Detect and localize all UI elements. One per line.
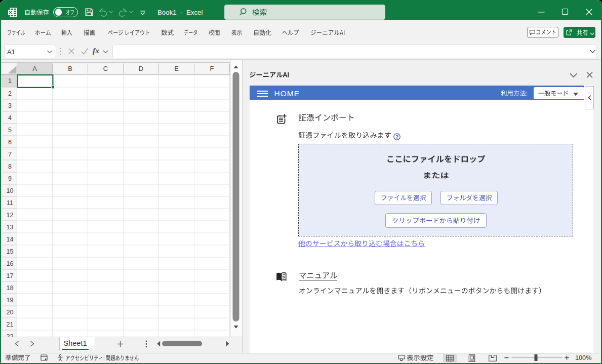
svg-text:F: F [210,65,214,72]
svg-text:14: 14 [7,236,14,243]
svg-text:13: 13 [7,224,14,231]
svg-text:A: A [32,65,37,72]
svg-text:15: 15 [7,248,14,255]
svg-text:1: 1 [8,77,12,85]
svg-text:19: 19 [7,297,14,304]
svg-text:20: 20 [7,309,14,316]
svg-text:7: 7 [8,151,12,158]
svg-text:4: 4 [8,114,12,122]
svg-text:C: C [103,65,108,72]
svg-text:6: 6 [8,139,12,146]
svg-text:D: D [139,65,143,72]
svg-text:18: 18 [7,285,14,292]
svg-text:17: 17 [7,272,14,279]
svg-text:10: 10 [7,187,14,194]
svg-text:9: 9 [8,175,12,182]
svg-text:11: 11 [7,199,13,207]
svg-text:5: 5 [8,127,12,134]
svg-text:3: 3 [8,102,12,109]
svg-text:?: ? [395,134,398,140]
svg-text:B: B [68,65,72,72]
svg-text:16: 16 [7,260,14,267]
svg-text:12: 12 [7,212,14,219]
svg-text:22: 22 [7,333,14,337]
svg-text:2: 2 [8,90,12,97]
svg-text:8: 8 [8,163,12,170]
svg-text:E: E [174,65,179,72]
svg-text:21: 21 [7,321,14,328]
